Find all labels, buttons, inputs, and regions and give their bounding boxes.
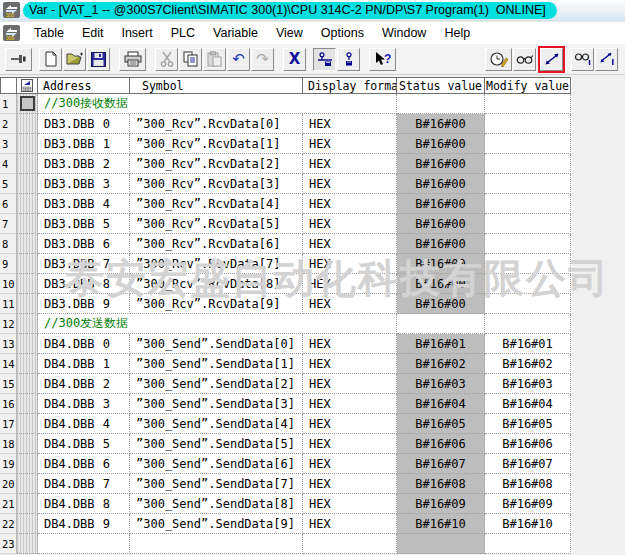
symbol-cell[interactable]: ”300_Send”.SendData[7] bbox=[130, 474, 303, 494]
display-format-cell[interactable]: HEX bbox=[303, 334, 397, 354]
display-format-cell[interactable]: HEX bbox=[303, 274, 397, 294]
menu-table[interactable]: Table bbox=[25, 23, 73, 43]
row-number-cell[interactable]: 13 bbox=[0, 334, 17, 354]
row-number-cell[interactable]: 12 bbox=[0, 314, 17, 334]
help-button[interactable]: ? bbox=[369, 48, 396, 71]
row-number-cell[interactable]: 1 bbox=[0, 94, 17, 114]
menu-plc[interactable]: PLC bbox=[162, 23, 204, 43]
modify-value-cell[interactable]: B#16#07 bbox=[485, 454, 571, 474]
modify-value-cell[interactable]: B#16#08 bbox=[485, 474, 571, 494]
modify-value-cell[interactable] bbox=[485, 254, 571, 274]
document-icon[interactable]: 300 bbox=[3, 25, 21, 42]
address-cell[interactable]: DB4.DBB4 bbox=[38, 414, 130, 434]
set-trigger-button[interactable] bbox=[485, 48, 512, 71]
header-address[interactable]: Address bbox=[38, 77, 130, 94]
modify-value-cell[interactable]: B#16#02 bbox=[485, 354, 571, 374]
modify-value-cell[interactable] bbox=[485, 214, 571, 234]
address-cell[interactable]: DB3.DBB2 bbox=[38, 154, 130, 174]
row-number-cell[interactable]: 3 bbox=[0, 134, 17, 154]
address-cell[interactable]: DB3.DBB6 bbox=[38, 234, 130, 254]
monitor-variables-button[interactable] bbox=[513, 48, 536, 71]
open-button[interactable] bbox=[63, 48, 86, 71]
display-format-cell[interactable]: HEX bbox=[303, 354, 397, 374]
symbol-cell[interactable]: ”300_Send”.SendData[1] bbox=[130, 354, 303, 374]
modify-once-button[interactable] bbox=[595, 48, 618, 71]
modify-value-cell[interactable]: B#16#09 bbox=[485, 494, 571, 514]
row-number-cell[interactable]: 14 bbox=[0, 354, 17, 374]
symbol-cell[interactable]: ”300_Send”.SendData[2] bbox=[130, 374, 303, 394]
modify-value-cell[interactable] bbox=[485, 274, 571, 294]
display-format-cell[interactable]: HEX bbox=[303, 234, 397, 254]
comment-cell[interactable]: //300发送数据 bbox=[38, 314, 397, 334]
new-button[interactable] bbox=[39, 48, 62, 71]
modify-value-cell[interactable] bbox=[485, 234, 571, 254]
modify-value-cell[interactable] bbox=[485, 294, 571, 314]
save-button[interactable] bbox=[87, 48, 110, 71]
display-format-cell[interactable]: HEX bbox=[303, 434, 397, 454]
modify-value-cell[interactable] bbox=[485, 134, 571, 154]
modify-value-cell[interactable]: B#16#05 bbox=[485, 414, 571, 434]
header-status-value[interactable]: Status value bbox=[397, 77, 485, 94]
address-cell[interactable]: DB4.DBB7 bbox=[38, 474, 130, 494]
pin-button[interactable] bbox=[5, 48, 32, 71]
connect-configured-cpu-button[interactable] bbox=[313, 48, 336, 71]
row-number-cell[interactable]: 4 bbox=[0, 154, 17, 174]
address-cell[interactable]: DB4.DBB2 bbox=[38, 374, 130, 394]
menu-edit[interactable]: Edit bbox=[73, 23, 113, 43]
row-number-cell[interactable]: 19 bbox=[0, 454, 17, 474]
menu-variable[interactable]: Variable bbox=[204, 23, 267, 43]
modify-value-cell[interactable] bbox=[485, 114, 571, 134]
copy-button[interactable] bbox=[179, 48, 202, 71]
modify-variables-button[interactable] bbox=[540, 48, 563, 71]
address-cell[interactable]: DB3.DBB7 bbox=[38, 254, 130, 274]
address-cell[interactable]: DB3.DBB3 bbox=[38, 174, 130, 194]
display-format-cell[interactable]: HEX bbox=[303, 474, 397, 494]
modify-value-cell[interactable] bbox=[485, 154, 571, 174]
app-icon[interactable]: 300 bbox=[3, 2, 21, 19]
display-format-cell[interactable]: HEX bbox=[303, 494, 397, 514]
address-cell[interactable] bbox=[38, 534, 130, 554]
menu-insert[interactable]: Insert bbox=[112, 23, 161, 43]
symbol-cell[interactable]: ”300_Send”.SendData[9] bbox=[130, 514, 303, 534]
modify-value-cell[interactable] bbox=[485, 314, 571, 334]
symbol-cell[interactable]: ”300_Rcv”.RcvData[9] bbox=[130, 294, 303, 314]
row-number-cell[interactable]: 9 bbox=[0, 254, 17, 274]
menu-help[interactable]: Help bbox=[435, 23, 479, 43]
display-format-cell[interactable]: HEX bbox=[303, 174, 397, 194]
symbol-cell[interactable]: ”300_Send”.SendData[3] bbox=[130, 394, 303, 414]
symbol-cell[interactable] bbox=[130, 534, 303, 554]
row-number-cell[interactable]: 20 bbox=[0, 474, 17, 494]
modify-value-cell[interactable]: B#16#10 bbox=[485, 514, 571, 534]
row-number-cell[interactable]: 5 bbox=[0, 174, 17, 194]
row-number-cell[interactable]: 2 bbox=[0, 114, 17, 134]
row-number-cell[interactable]: 23 bbox=[0, 534, 17, 554]
modify-value-cell[interactable] bbox=[485, 194, 571, 214]
symbol-cell[interactable]: ”300_Send”.SendData[0] bbox=[130, 334, 303, 354]
menu-window[interactable]: Window bbox=[373, 23, 435, 43]
address-cell[interactable]: DB3.DBB1 bbox=[38, 134, 130, 154]
modify-value-cell[interactable]: B#16#01 bbox=[485, 334, 571, 354]
header-display-format[interactable]: Display format bbox=[303, 77, 397, 94]
symbol-cell[interactable]: ”300_Send”.SendData[6] bbox=[130, 454, 303, 474]
row-number-cell[interactable]: 21 bbox=[0, 494, 17, 514]
row-number-cell[interactable]: 8 bbox=[0, 234, 17, 254]
address-cell[interactable]: DB3.DBB5 bbox=[38, 214, 130, 234]
modify-value-cell[interactable]: B#16#04 bbox=[485, 394, 571, 414]
undo-button[interactable]: ↶ bbox=[227, 48, 250, 71]
row-number-cell[interactable]: 11 bbox=[0, 294, 17, 314]
address-cell[interactable]: DB4.DBB8 bbox=[38, 494, 130, 514]
modify-value-cell[interactable] bbox=[485, 94, 571, 114]
symbol-cell[interactable]: ”300_Send”.SendData[4] bbox=[130, 414, 303, 434]
symbol-cell[interactable]: ”300_Rcv”.RcvData[3] bbox=[130, 174, 303, 194]
address-cell[interactable]: DB3.DBB9 bbox=[38, 294, 130, 314]
row-number-cell[interactable]: 15 bbox=[0, 374, 17, 394]
symbol-cell[interactable]: ”300_Rcv”.RcvData[0] bbox=[130, 114, 303, 134]
address-cell[interactable]: DB4.DBB5 bbox=[38, 434, 130, 454]
row-number-cell[interactable]: 18 bbox=[0, 434, 17, 454]
menu-options[interactable]: Options bbox=[312, 23, 373, 43]
display-format-cell[interactable]: HEX bbox=[303, 374, 397, 394]
modify-value-cell[interactable] bbox=[485, 534, 571, 554]
display-format-cell[interactable]: HEX bbox=[303, 394, 397, 414]
address-cell[interactable]: DB3.DBB0 bbox=[38, 114, 130, 134]
modify-value-cell[interactable] bbox=[485, 174, 571, 194]
